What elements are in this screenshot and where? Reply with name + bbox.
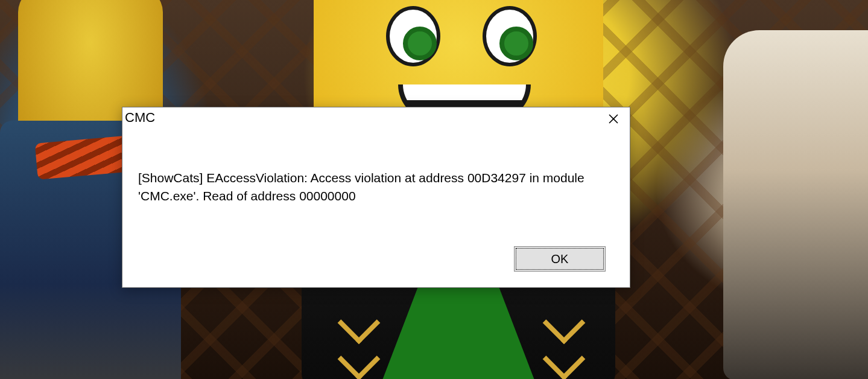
close-button[interactable] [600,109,627,130]
error-dialog: CMC [ShowCats] EAccessViolation: Access … [122,107,630,288]
dialog-title: CMC [124,107,155,126]
titlebar[interactable]: CMC [122,107,630,133]
dialog-message: [ShowCats] EAccessViolation: Access viol… [122,133,630,218]
close-icon [608,113,619,126]
ok-button-label: OK [551,252,569,266]
ok-button[interactable]: OK [514,246,606,272]
